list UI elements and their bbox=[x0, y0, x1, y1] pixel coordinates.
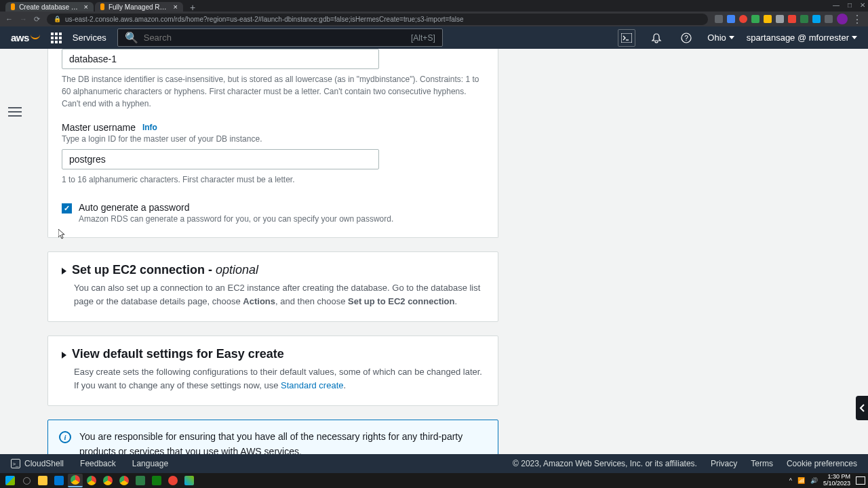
svg-text:?: ? bbox=[685, 35, 689, 42]
account-selector[interactable]: spartansage @ mforrester bbox=[747, 33, 857, 43]
extension-icon[interactable] bbox=[715, 15, 723, 23]
notification-center-icon[interactable] bbox=[856, 476, 865, 485]
search-shortcut-hint: [Alt+S] bbox=[411, 33, 435, 43]
taskbar-app[interactable] bbox=[84, 474, 99, 487]
ec2-optional: optional bbox=[216, 263, 258, 277]
tray-chevron-icon[interactable]: ^ bbox=[789, 477, 792, 484]
browser-toolbar: ← → ⟳ 🔒 us-east-2.console.aws.amazon.com… bbox=[0, 12, 868, 26]
taskbar-app[interactable] bbox=[149, 474, 164, 487]
extension-icon[interactable] bbox=[764, 15, 772, 23]
db-identifier-input[interactable] bbox=[62, 49, 379, 69]
taskbar-app[interactable] bbox=[133, 474, 148, 487]
taskbar-app[interactable] bbox=[117, 474, 132, 487]
taskbar-app[interactable] bbox=[182, 474, 197, 487]
db-identifier-help: The DB instance identifier is case-insen… bbox=[62, 73, 484, 110]
new-tab-button[interactable]: + bbox=[184, 2, 201, 12]
taskbar-chrome[interactable] bbox=[68, 474, 83, 487]
master-username-help: 1 to 16 alphanumeric characters. First c… bbox=[62, 174, 484, 186]
search-icon: 🔍 bbox=[125, 31, 138, 44]
defaults-description: Easy create sets the following configura… bbox=[74, 365, 484, 392]
reload-button[interactable]: ⟳ bbox=[34, 15, 40, 24]
taskbar-app[interactable] bbox=[52, 474, 66, 487]
services-grid-icon[interactable] bbox=[51, 33, 62, 43]
main-content: The DB instance identifier is case-insen… bbox=[0, 49, 868, 454]
windows-taskbar: ^ 📶 🔊 1:30 PM 5/10/2023 bbox=[0, 473, 868, 488]
cloudshell-icon: >_ bbox=[11, 459, 20, 468]
terms-link[interactable]: Terms bbox=[751, 459, 773, 468]
profile-icon[interactable] bbox=[837, 14, 848, 24]
tray-network-icon[interactable]: 📶 bbox=[797, 477, 805, 484]
master-username-desc: Type a login ID for the master user of y… bbox=[62, 134, 484, 144]
extension-icons: ⋮ bbox=[715, 13, 863, 26]
start-button[interactable] bbox=[3, 474, 18, 487]
defaults-expand-toggle[interactable]: View default settings for Easy create bbox=[62, 347, 484, 361]
extension-icon[interactable] bbox=[812, 15, 821, 23]
extension-icon[interactable] bbox=[825, 15, 833, 23]
global-search[interactable]: 🔍 [Alt+S] bbox=[117, 28, 443, 47]
ec2-description: You can also set up a connection to an E… bbox=[74, 281, 484, 308]
menu-icon[interactable]: ⋮ bbox=[852, 13, 863, 26]
extension-icon[interactable] bbox=[739, 15, 747, 23]
close-icon[interactable]: × bbox=[84, 3, 88, 11]
extension-icon[interactable] bbox=[727, 15, 735, 23]
forward-button[interactable]: → bbox=[20, 15, 27, 23]
search-input[interactable] bbox=[144, 33, 406, 43]
url-text: us-east-2.console.aws.amazon.com/rds/hom… bbox=[65, 16, 464, 23]
settings-panel: The DB instance identifier is case-insen… bbox=[47, 49, 498, 238]
chevron-right-icon bbox=[62, 268, 66, 274]
ec2-title: Set up EC2 connection - bbox=[72, 263, 216, 277]
notifications-icon[interactable] bbox=[648, 29, 665, 47]
tab-favicon-icon bbox=[11, 3, 15, 10]
aws-global-nav: aws Services 🔍 [Alt+S] ? Ohio spartansag… bbox=[0, 26, 868, 49]
ec2-connection-panel: Set up EC2 connection - optional You can… bbox=[47, 251, 498, 322]
auto-generate-password-label: Auto generate a password bbox=[79, 202, 393, 213]
account-label: spartansage @ mforrester bbox=[747, 33, 849, 43]
feedback-link[interactable]: Feedback bbox=[80, 459, 116, 468]
aws-logo[interactable]: aws bbox=[11, 32, 40, 43]
defaults-title: View default settings for Easy create bbox=[72, 347, 284, 361]
cloudshell-icon[interactable] bbox=[618, 29, 635, 47]
privacy-link[interactable]: Privacy bbox=[711, 459, 737, 468]
help-panel-toggle[interactable] bbox=[856, 396, 868, 420]
back-button[interactable]: ← bbox=[5, 15, 13, 23]
region-label: Ohio bbox=[707, 33, 726, 43]
extension-icon[interactable] bbox=[800, 15, 808, 23]
ec2-expand-toggle[interactable]: Set up EC2 connection - optional bbox=[62, 263, 484, 277]
taskbar-search[interactable] bbox=[19, 474, 34, 487]
browser-tab-1[interactable]: Create database - RDS Manag... × bbox=[5, 2, 94, 12]
taskbar-explorer[interactable] bbox=[35, 474, 50, 487]
window-minimize-icon[interactable]: — bbox=[833, 1, 840, 9]
chevron-down-icon bbox=[852, 36, 857, 39]
help-icon[interactable]: ? bbox=[677, 29, 695, 47]
aws-footer: >_ CloudShell Feedback Language © 2023, … bbox=[0, 454, 868, 473]
window-close-icon[interactable]: ✕ bbox=[860, 1, 865, 9]
language-link[interactable]: Language bbox=[132, 459, 168, 468]
chevron-down-icon bbox=[729, 36, 734, 39]
tray-volume-icon[interactable]: 🔊 bbox=[810, 477, 818, 484]
extension-icon[interactable] bbox=[788, 15, 796, 23]
extension-icon[interactable] bbox=[776, 15, 784, 23]
master-username-input[interactable] bbox=[62, 149, 379, 169]
standard-create-link[interactable]: Standard create bbox=[281, 380, 344, 390]
auto-generate-password-desc: Amazon RDS can generate a password for y… bbox=[79, 214, 393, 224]
taskbar-clock[interactable]: 1:30 PM 5/10/2023 bbox=[823, 474, 850, 487]
close-icon[interactable]: × bbox=[174, 3, 178, 11]
services-menu[interactable]: Services bbox=[73, 33, 106, 43]
lock-icon: 🔒 bbox=[54, 16, 61, 22]
region-selector[interactable]: Ohio bbox=[707, 33, 734, 43]
taskbar-app[interactable] bbox=[165, 474, 180, 487]
auto-generate-password-checkbox[interactable]: ✓ bbox=[62, 203, 72, 214]
tab-title: Fully Managed Relational Datab... bbox=[108, 3, 170, 11]
svg-rect-0 bbox=[621, 33, 632, 43]
address-bar[interactable]: 🔒 us-east-2.console.aws.amazon.com/rds/h… bbox=[47, 14, 708, 25]
extension-icon[interactable] bbox=[751, 15, 760, 23]
window-maximize-icon[interactable]: □ bbox=[848, 1, 852, 9]
browser-tab-2[interactable]: Fully Managed Relational Datab... × bbox=[95, 2, 183, 12]
taskbar-app[interactable] bbox=[100, 474, 115, 487]
cookie-link[interactable]: Cookie preferences bbox=[787, 459, 857, 468]
copyright-text: © 2023, Amazon Web Services, Inc. or its… bbox=[513, 459, 697, 468]
sidebar-toggle[interactable] bbox=[8, 104, 22, 119]
cloudshell-button[interactable]: >_ CloudShell bbox=[11, 459, 64, 468]
info-link[interactable]: Info bbox=[142, 123, 157, 132]
default-settings-panel: View default settings for Easy create Ea… bbox=[47, 336, 498, 406]
